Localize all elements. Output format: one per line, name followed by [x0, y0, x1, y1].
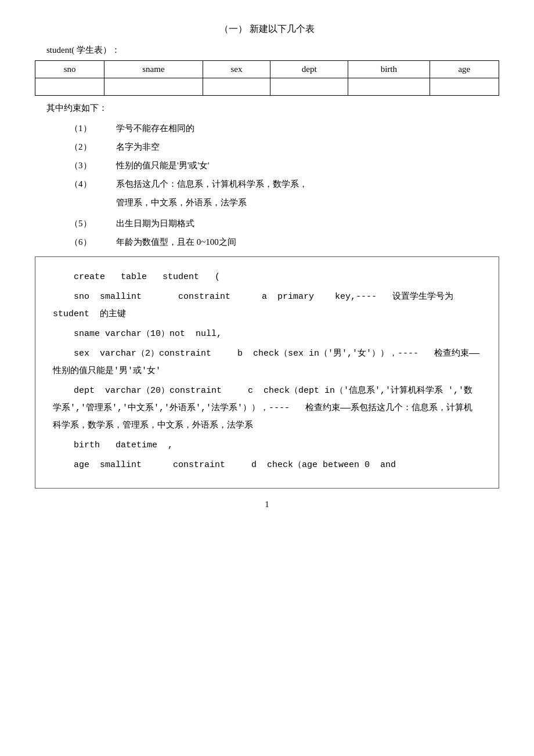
code-line-3: sname varchar（10）not null,: [53, 325, 481, 343]
page-content: （一） 新建以下几个表 student( 学生表）： sno sname sex…: [35, 23, 499, 509]
constraint-num: （5）: [70, 215, 116, 232]
code-line-7: age smallint constraint d check（age betw…: [53, 457, 481, 474]
cell: [430, 78, 499, 96]
constraint-num: （4）: [70, 175, 116, 193]
constraint-item-2: （2） 名字为非空: [70, 138, 499, 155]
constraint-text: 年龄为数值型，且在 0~100之间: [116, 233, 499, 251]
col-sno: sno: [35, 61, 104, 78]
page-number: 1: [35, 500, 499, 509]
cell: [35, 78, 104, 96]
cell: [203, 78, 270, 96]
constraints-title: 其中约束如下：: [46, 103, 499, 114]
constraint-item-3: （3） 性别的值只能是'男'或'女': [70, 157, 499, 174]
constraint-item-5: （5） 出生日期为日期格式: [70, 215, 499, 232]
constraint-item-6: （6） 年龄为数值型，且在 0~100之间: [70, 233, 499, 251]
constraint-num: （2）: [70, 138, 116, 155]
code-block: create table student ( sno smallint cons…: [35, 256, 499, 489]
constraint-item-4: （4） 系包括这几个：信息系，计算机科学系，数学系，: [70, 175, 499, 193]
constraint-num: （6）: [70, 233, 116, 251]
cell: [348, 78, 430, 96]
code-line-5: dept varchar（20）constraint c check（dept …: [53, 382, 481, 435]
constraint-text: 性别的值只能是'男'或'女': [116, 157, 499, 174]
cell: [104, 78, 203, 96]
student-label: student( 学生表）：: [46, 45, 499, 56]
cell: [270, 78, 348, 96]
code-line-6: birth datetime ,: [53, 437, 481, 454]
constraint-list-2: （5） 出生日期为日期格式 （6） 年龄为数值型，且在 0~100之间: [70, 215, 499, 251]
table-row: [35, 78, 499, 96]
constraint-text: 系包括这几个：信息系，计算机科学系，数学系，: [116, 175, 499, 193]
col-age: age: [430, 61, 499, 78]
constraint-num: （1）: [70, 120, 116, 137]
student-table: sno sname sex dept birth age: [35, 60, 499, 96]
constraint-extra: 管理系，中文系，外语系，法学系: [116, 194, 499, 211]
constraint-num: （3）: [70, 157, 116, 174]
code-line-4: sex varchar（2）constraint b check（sex in（…: [53, 345, 481, 380]
constraint-text: 学号不能存在相同的: [116, 120, 499, 137]
constraint-text: 名字为非空: [116, 138, 499, 155]
col-sex: sex: [203, 61, 270, 78]
col-dept: dept: [270, 61, 348, 78]
code-line-2: sno smallint constraint a primary key,--…: [53, 288, 481, 323]
col-birth: birth: [348, 61, 430, 78]
code-line-1: create table student (: [53, 269, 481, 286]
constraint-item-1: （1） 学号不能存在相同的: [70, 120, 499, 137]
col-sname: sname: [104, 61, 203, 78]
constraint-text: 出生日期为日期格式: [116, 215, 499, 232]
section-title: （一） 新建以下几个表: [35, 23, 499, 35]
constraint-list: （1） 学号不能存在相同的 （2） 名字为非空 （3） 性别的值只能是'男'或'…: [70, 120, 499, 193]
